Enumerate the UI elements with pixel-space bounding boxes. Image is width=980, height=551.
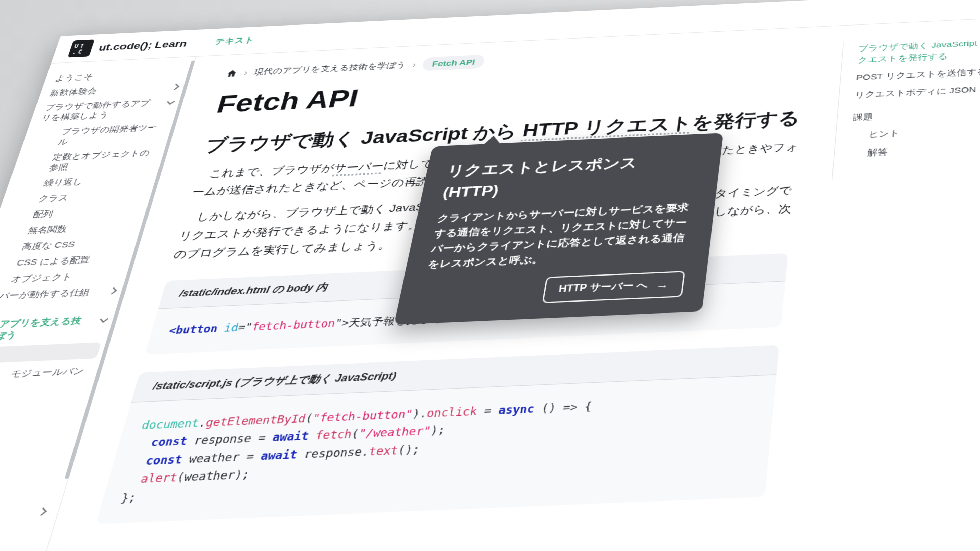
- sidebar-item-label: 定数とオブジェクトの参照: [48, 147, 160, 173]
- toc-item[interactable]: 解答: [850, 138, 980, 160]
- sidebar-item-label: 現代のアプリを支える技術を学ぼう: [0, 314, 92, 343]
- home-icon[interactable]: [226, 69, 239, 78]
- sidebar-active-item-highlight[interactable]: [0, 342, 101, 365]
- logo-text-bottom: .C: [72, 48, 92, 55]
- chevron-right-icon[interactable]: [38, 507, 47, 516]
- chevron-down-icon: [100, 315, 108, 323]
- code-token: const: [145, 453, 184, 467]
- code-token: ();: [397, 443, 421, 457]
- code-token: fetch: [314, 428, 353, 442]
- sidebar-item-label: 繰り返し: [42, 176, 85, 188]
- paragraph-text: に対して: [382, 158, 434, 171]
- sidebar-item[interactable]: モジュールバンドラ: [0, 361, 103, 386]
- utcode-logo-icon[interactable]: UT .C: [68, 39, 95, 57]
- chevron-right-icon: [172, 83, 180, 90]
- code-token: =>: [562, 400, 579, 413]
- toc-list: ブラウザで動く JavaScript から HTTP リクエストを発行するPOS…: [832, 32, 980, 181]
- sidebar-item-label: ブラウザの開発者ツール: [56, 121, 167, 147]
- code-token: response: [185, 432, 260, 447]
- sidebar-item-label: サーバーが動作する仕組み: [0, 286, 101, 314]
- chevron-down-icon: [167, 98, 175, 104]
- glossary-term[interactable]: サーバー: [332, 160, 385, 174]
- sidebar-item-label: 配列: [32, 208, 55, 220]
- sidebar-item-label: 無名関数: [26, 223, 69, 236]
- code-token: await: [259, 448, 299, 462]
- code-token: alert: [139, 471, 179, 486]
- code-token: await: [271, 430, 310, 444]
- sidebar-item-label: 高度な CSS: [21, 238, 77, 252]
- code-token: );: [429, 424, 446, 437]
- breadcrumb-current-pill[interactable]: Fetch API: [422, 55, 486, 71]
- sidebar-item-label: 新歓体験会: [49, 86, 99, 98]
- code-token: };: [119, 491, 138, 505]
- toc-item[interactable]: リクエストボディに JSON を使用する: [854, 80, 980, 101]
- browser-page: UT .C ut.code(); Learn テキスト ut.code(); よ…: [0, 0, 980, 551]
- code-token: weather: [180, 450, 248, 465]
- code-token: fetch-button: [250, 318, 336, 333]
- sidebar-item-label: オブジェクト: [10, 271, 74, 285]
- chevron-right-icon: [109, 287, 117, 294]
- paragraph-text: これまで、ブラウザが: [208, 162, 336, 179]
- toc-item[interactable]: POST リクエストを送信する: [856, 62, 980, 83]
- toc-item[interactable]: 課題: [853, 102, 980, 124]
- code-block-js: /static/script.js (ブラウザ上で動く JavaScript) …: [96, 345, 780, 524]
- breadcrumb-section-link[interactable]: 現代のアプリを支える技術を学ぼう: [253, 60, 407, 77]
- code-token: async: [497, 402, 535, 416]
- sidebar-item-label: クラス: [37, 192, 70, 204]
- heading-text: を発行する: [691, 108, 801, 132]
- code-token: const: [150, 435, 189, 449]
- code-token: weather: [183, 468, 237, 484]
- code-token: {: [576, 400, 593, 413]
- code-token: "/weather": [358, 424, 432, 440]
- arrow-right-icon: →: [655, 280, 669, 290]
- code-token: );: [233, 468, 251, 481]
- tooltip-body: クライアントからサーバーに対しサービスを要求する通信をリクエスト、リクエストに対…: [426, 200, 690, 272]
- sidebar-item-label: ようこそ: [54, 71, 95, 83]
- code-token: getElementById: [204, 412, 307, 429]
- nav-link-text[interactable]: テキスト: [213, 35, 256, 47]
- toc-item[interactable]: ブラウザで動く JavaScript から HTTP リクエストを発行する: [857, 34, 980, 66]
- toc-item[interactable]: ヒント: [851, 120, 980, 141]
- glossary-tooltip: リクエストとレスポンス (HTTP) クライアントからサーバーに対しサービスを要…: [394, 133, 723, 325]
- code-token: (): [533, 401, 564, 415]
- stage: UT .C ut.code(); Learn テキスト ut.code(); よ…: [0, 0, 980, 551]
- sidebar-item[interactable]: 現代のアプリを支える技術を学ぼう: [0, 310, 119, 346]
- code-token: onclick: [426, 405, 478, 419]
- sidebar-item-label: モジュールバンドラ: [10, 365, 88, 380]
- breadcrumb-separator: ›: [243, 68, 249, 78]
- code-token: document: [140, 416, 200, 431]
- http-server-button-label: HTTP サーバー へ: [558, 279, 649, 295]
- http-server-button[interactable]: HTTP サーバー へ →: [542, 271, 685, 303]
- breadcrumb-separator: ›: [411, 60, 417, 70]
- sidebar-item-label: ブラウザで動作するアプリを構築しよう: [40, 97, 160, 123]
- code-token: "fetch-button": [311, 407, 414, 424]
- brand-title[interactable]: ut.code(); Learn: [97, 38, 189, 53]
- code-token: response: [296, 445, 363, 461]
- code-token: <button: [167, 323, 219, 337]
- sidebar-item-label: CSS による配置: [15, 254, 92, 268]
- code-token: text: [368, 444, 399, 457]
